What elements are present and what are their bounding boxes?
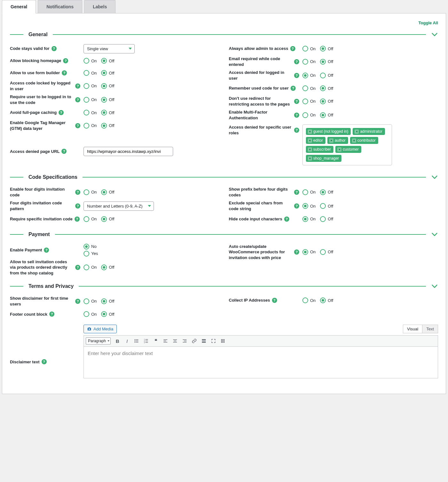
radio-option[interactable]: Off (320, 297, 333, 303)
link-icon[interactable] (190, 337, 198, 345)
radio-option[interactable]: On (302, 216, 316, 222)
add-media-button[interactable]: Add Media (84, 325, 117, 333)
help-icon[interactable]: ? (290, 46, 295, 51)
radio-option[interactable]: On (302, 99, 316, 104)
remove-tag-icon[interactable]: × (308, 130, 312, 134)
readmore-icon[interactable] (200, 337, 208, 345)
chevron-down-icon[interactable] (431, 231, 438, 238)
radio-option[interactable]: On (84, 58, 97, 64)
radio-option[interactable]: On (302, 297, 316, 303)
align-center-icon[interactable] (171, 337, 179, 345)
help-icon[interactable]: ? (61, 149, 67, 154)
chevron-down-icon[interactable] (431, 283, 438, 290)
tab-labels[interactable]: Labels (84, 0, 116, 13)
bold-icon[interactable]: B (113, 337, 122, 345)
radio-option[interactable]: On (302, 59, 316, 65)
radio-option[interactable]: Off (101, 265, 114, 270)
bullet-list-icon[interactable] (132, 337, 141, 345)
radio-option[interactable]: Off (101, 70, 114, 76)
chevron-down-icon[interactable] (431, 31, 438, 38)
radio-option[interactable]: Off (101, 298, 114, 304)
radio-option[interactable]: On (84, 189, 97, 195)
editor-tab-visual[interactable]: Visual (403, 325, 422, 333)
radio-option[interactable]: Off (101, 123, 114, 129)
radio-option[interactable]: Off (101, 58, 114, 64)
editor-tab-text[interactable]: Text (422, 325, 438, 333)
radio-option[interactable]: Off (320, 85, 333, 91)
align-right-icon[interactable] (180, 337, 189, 345)
help-icon[interactable]: ? (75, 123, 80, 128)
help-icon[interactable]: ? (63, 58, 68, 63)
radio-option[interactable]: On (84, 123, 97, 129)
tab-general[interactable]: General (2, 0, 36, 13)
help-icon[interactable]: ? (294, 128, 299, 133)
radio-option[interactable]: Off (320, 112, 333, 118)
radio-option[interactable]: Off (101, 97, 114, 103)
radio-option[interactable]: Yes (84, 251, 98, 257)
italic-icon[interactable]: I (123, 337, 131, 345)
help-icon[interactable]: ? (75, 217, 80, 222)
help-icon[interactable]: ? (75, 97, 80, 102)
radio-option[interactable]: On (302, 203, 316, 209)
radio-option[interactable]: On (84, 83, 97, 89)
chevron-down-icon[interactable] (431, 174, 438, 181)
role-tag[interactable]: ×customer (335, 146, 361, 153)
help-icon[interactable]: ? (62, 70, 67, 75)
help-icon[interactable]: ? (294, 59, 299, 64)
radio-option[interactable]: On (302, 249, 316, 255)
radio-option[interactable]: On (84, 265, 97, 270)
radio-option[interactable]: On (84, 97, 97, 103)
radio-option[interactable]: Off (101, 110, 114, 115)
radio-option[interactable]: Off (320, 46, 333, 51)
input-denied-url[interactable] (84, 147, 173, 156)
help-icon[interactable]: ? (44, 248, 49, 253)
help-icon[interactable]: ? (294, 113, 299, 118)
help-icon[interactable]: ? (49, 312, 54, 317)
select-code-pattern[interactable]: Number and Letters (0-9, A-Z) (84, 201, 154, 211)
help-icon[interactable]: ? (294, 203, 299, 209)
help-icon[interactable]: ? (75, 203, 80, 209)
radio-option[interactable]: Off (320, 73, 333, 78)
radio-option[interactable]: Off (320, 59, 333, 65)
help-icon[interactable]: ? (75, 190, 80, 195)
help-icon[interactable]: ? (284, 217, 289, 222)
format-select[interactable]: Paragraph (86, 337, 111, 344)
radio-option[interactable]: Off (320, 249, 333, 255)
align-left-icon[interactable] (161, 337, 170, 345)
help-icon[interactable]: ? (42, 359, 47, 364)
tags-denied-roles[interactable]: ×guest (not logged in)×administrator×edi… (302, 124, 392, 165)
radio-option[interactable]: Off (320, 203, 333, 209)
select-code-stays-valid[interactable]: Single view (84, 44, 135, 53)
radio-option[interactable]: On (302, 73, 316, 78)
radio-option[interactable]: Off (320, 99, 333, 104)
remove-tag-icon[interactable]: × (337, 147, 341, 152)
role-tag[interactable]: ×guest (not logged in) (306, 128, 351, 135)
quote-icon[interactable]: ❝ (152, 337, 160, 345)
editor-textarea[interactable]: Enter here your disclaimer text (84, 346, 438, 378)
help-icon[interactable]: ? (294, 99, 299, 104)
remove-tag-icon[interactable]: × (355, 130, 359, 134)
radio-option[interactable]: On (302, 189, 316, 195)
remove-tag-icon[interactable]: × (352, 138, 356, 143)
radio-option[interactable]: On (84, 216, 97, 222)
role-tag[interactable]: ×administrator (353, 128, 385, 135)
fullscreen-icon[interactable] (209, 337, 218, 345)
remove-tag-icon[interactable]: × (308, 156, 312, 161)
radio-option[interactable]: On (302, 112, 316, 118)
radio-option[interactable]: On (302, 85, 316, 91)
radio-option[interactable]: Off (101, 83, 114, 89)
role-tag[interactable]: ×subscriber (306, 146, 333, 153)
toggle-all-link[interactable]: Toggle All (10, 19, 438, 25)
help-icon[interactable]: ? (75, 83, 80, 89)
role-tag[interactable]: ×editor (306, 137, 325, 144)
help-icon[interactable]: ? (59, 110, 64, 115)
number-list-icon[interactable]: 123 (142, 337, 150, 345)
help-icon[interactable]: ? (272, 298, 277, 303)
role-tag[interactable]: ×contributor (350, 137, 378, 144)
radio-option[interactable]: Off (320, 216, 333, 222)
role-tag[interactable]: ×author (327, 137, 348, 144)
role-tag[interactable]: ×shop_manager (306, 155, 341, 162)
radio-option[interactable]: Off (101, 189, 114, 195)
toolbar-toggle-icon[interactable] (219, 337, 227, 345)
remove-tag-icon[interactable]: × (308, 147, 312, 152)
